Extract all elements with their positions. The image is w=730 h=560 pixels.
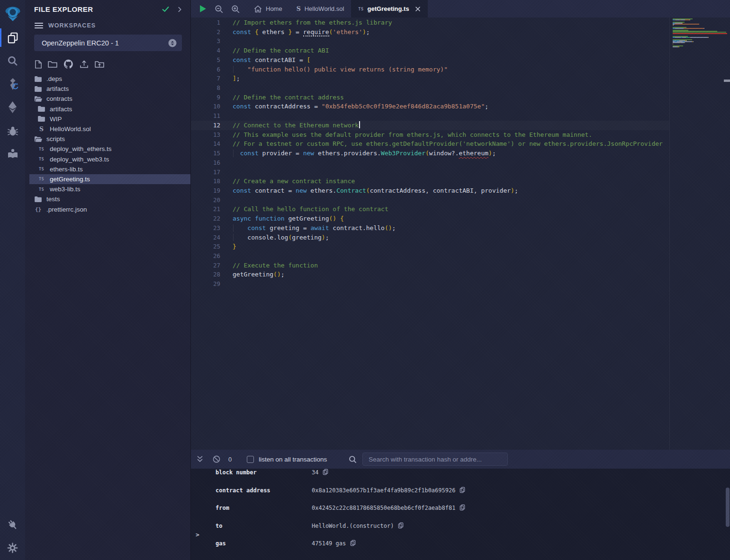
tree-item-deploy-with-ethers-ts[interactable]: TSdeploy_with_ethers.ts bbox=[29, 144, 190, 154]
code-editor[interactable]: 1// Import ethers from the ethers.js lib… bbox=[191, 18, 669, 450]
line-number: 2 bbox=[191, 27, 220, 37]
editor-toolbar bbox=[191, 0, 240, 18]
listen-checkbox[interactable] bbox=[247, 456, 254, 463]
remix-logo-icon bbox=[4, 5, 21, 22]
file-explorer-header: FILE EXPLORER bbox=[25, 0, 190, 13]
github-icon[interactable] bbox=[63, 59, 73, 69]
terminal-search-icon bbox=[349, 455, 357, 463]
line-content: // Connect to the Ethereum network bbox=[220, 121, 360, 130]
zoom-out-button[interactable] bbox=[215, 5, 223, 13]
clear-console-icon[interactable] bbox=[213, 455, 220, 463]
line-content: const { ethers } = require('ethers'); bbox=[220, 27, 370, 37]
code-line-20: 20 bbox=[191, 196, 669, 205]
json-icon: {} bbox=[34, 206, 42, 213]
workspaces-menu-icon[interactable] bbox=[35, 22, 43, 29]
tree-item-artifacts[interactable]: artifacts bbox=[29, 104, 190, 114]
accept-check-icon[interactable] bbox=[162, 5, 170, 13]
run-button[interactable] bbox=[199, 5, 207, 13]
tab-home[interactable]: Home bbox=[247, 0, 289, 18]
copy-icon[interactable] bbox=[460, 487, 465, 493]
activity-deploy-run[interactable] bbox=[0, 96, 25, 119]
solidity-compiler-icon bbox=[7, 78, 19, 91]
tree-item-getgreeting-ts[interactable]: TSgetGreeting.ts bbox=[29, 174, 190, 184]
copy-icon[interactable] bbox=[398, 522, 404, 529]
new-folder-icon[interactable] bbox=[48, 61, 57, 68]
tree-item-ethers-lib-ts[interactable]: TSethers-lib.ts bbox=[29, 164, 190, 174]
activity-solidity-compiler[interactable] bbox=[0, 72, 25, 96]
terminal-row-gas: gas475149 gas bbox=[191, 540, 730, 558]
zoom-in-button[interactable] bbox=[231, 5, 240, 13]
remix-ide-window: FILE EXPLORER WORKSPACES OpenZeppelin ER… bbox=[0, 0, 730, 560]
activity-debugger[interactable] bbox=[0, 119, 25, 142]
line-content bbox=[220, 196, 233, 205]
tree-item-scripts[interactable]: scripts bbox=[29, 134, 190, 144]
ts-icon: TS bbox=[37, 187, 45, 192]
tab-getgreeting-ts[interactable]: TSgetGreeting.ts bbox=[351, 0, 427, 18]
copy-icon[interactable] bbox=[460, 504, 465, 511]
editor-region: HomeSHelloWorld.solTSgetGreeting.ts 1// … bbox=[191, 0, 730, 450]
learneth-icon bbox=[7, 149, 18, 159]
tree-item-contracts[interactable]: contracts bbox=[29, 94, 190, 104]
file-explorer-icon bbox=[7, 32, 19, 44]
workspace-selector-icon[interactable] bbox=[168, 39, 177, 47]
tree-item-prettierrc-json[interactable]: {}.prettierrc.json bbox=[29, 204, 190, 214]
line-content bbox=[220, 168, 233, 177]
horizontal-scrollbar[interactable] bbox=[724, 80, 730, 82]
tree-item-tests[interactable]: tests bbox=[29, 194, 190, 204]
collapse-chevron-icon[interactable] bbox=[176, 6, 183, 13]
activity-learneth[interactable] bbox=[0, 142, 25, 165]
line-number: 17 bbox=[191, 168, 220, 177]
folder-open-icon bbox=[34, 136, 42, 142]
line-number: 13 bbox=[191, 130, 220, 140]
close-tab-icon[interactable] bbox=[415, 6, 421, 12]
line-content: const greeting = await contract.hello(); bbox=[220, 223, 396, 233]
workspaces-label: WORKSPACES bbox=[48, 22, 96, 29]
code-line-17: 17 bbox=[191, 168, 669, 177]
expand-terminal-icon[interactable] bbox=[197, 455, 203, 463]
activity-file-explorer[interactable] bbox=[0, 26, 25, 49]
line-number: 11 bbox=[191, 111, 220, 121]
deploy-run-icon bbox=[7, 101, 18, 114]
line-content: const contractAddress = "0xb54febb5c0c0f… bbox=[220, 102, 488, 111]
activity-plugin-manager[interactable] bbox=[0, 514, 25, 536]
plugin-manager-icon bbox=[7, 519, 18, 531]
terminal-body: block number34contract address0x8a120383… bbox=[191, 469, 730, 558]
terminal-scrollbar[interactable] bbox=[726, 488, 730, 527]
workspace-select[interactable]: OpenZeppelin ERC20 - 1 bbox=[34, 35, 182, 51]
terminal-row-value: 34 bbox=[312, 469, 318, 476]
tree-item-artifacts[interactable]: artifacts bbox=[29, 84, 190, 94]
code-line-24: 24 console.log(greeting); bbox=[191, 233, 669, 242]
tree-item-helloworld-sol[interactable]: SHelloWorld.sol bbox=[29, 124, 190, 134]
upload-file-icon[interactable] bbox=[80, 60, 89, 68]
copy-icon[interactable] bbox=[323, 469, 328, 475]
activity-settings[interactable] bbox=[0, 536, 25, 559]
line-content: async function getGreeting() { bbox=[220, 214, 344, 223]
tree-item-web3-lib-ts[interactable]: TSweb3-lib.ts bbox=[29, 184, 190, 194]
code-line-8: 8 bbox=[191, 83, 669, 93]
line-number: 5 bbox=[191, 55, 220, 65]
editor-minimap[interactable] bbox=[673, 18, 727, 48]
line-number: 29 bbox=[191, 279, 220, 289]
copy-icon[interactable] bbox=[350, 540, 356, 546]
upload-folder-icon[interactable] bbox=[95, 61, 104, 68]
new-file-icon[interactable] bbox=[35, 60, 42, 69]
search-icon bbox=[7, 55, 18, 67]
terminal-row-label: gas bbox=[216, 540, 312, 547]
line-number: 15 bbox=[191, 149, 220, 158]
code-line-28: 28getGreeting(); bbox=[191, 270, 669, 279]
tree-item-deps[interactable]: .deps bbox=[29, 74, 190, 84]
activity-search[interactable] bbox=[0, 49, 25, 72]
code-line-4: 4// Define the contract ABI bbox=[191, 46, 669, 55]
code-line-3: 3 bbox=[191, 36, 669, 46]
line-content: const contract = new ethers.Contract(con… bbox=[220, 186, 518, 196]
line-number: 12 bbox=[191, 121, 220, 130]
line-content: // For a testnet or custom RPC, use ethe… bbox=[220, 139, 663, 149]
debugger-icon bbox=[7, 125, 18, 136]
terminal-search-input[interactable] bbox=[362, 453, 508, 466]
code-line-15: 15 const provider = new ethers.providers… bbox=[191, 149, 669, 158]
tree-item-deploy-with-web3-ts[interactable]: TSdeploy_with_web3.ts bbox=[29, 154, 190, 164]
tab-helloworld-sol[interactable]: SHelloWorld.sol bbox=[289, 0, 351, 18]
activity-remix-logo[interactable] bbox=[0, 0, 25, 26]
tree-item-wip[interactable]: WIP bbox=[29, 114, 190, 124]
code-line-29: 29 bbox=[191, 279, 669, 289]
